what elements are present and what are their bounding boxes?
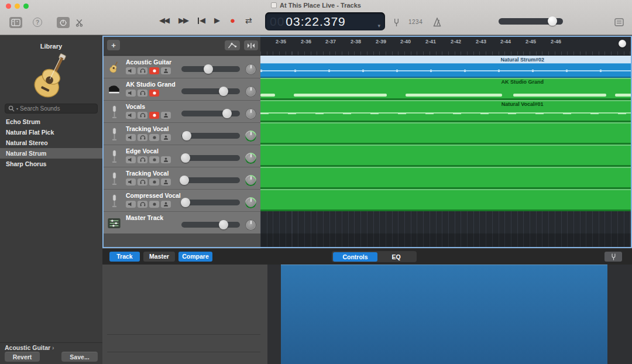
- smart-controls-button[interactable]: [57, 17, 70, 28]
- tuner-button[interactable]: [391, 16, 401, 28]
- tab-master[interactable]: Master: [143, 252, 175, 262]
- record-button[interactable]: ●: [230, 15, 235, 25]
- search-input[interactable]: ▾ Search Sounds: [5, 104, 98, 114]
- track-volume-slider[interactable]: [181, 222, 240, 228]
- pan-knob[interactable]: [245, 131, 256, 142]
- count-in-button[interactable]: 1234: [408, 19, 423, 25]
- smart-control-tuner-button[interactable]: [604, 252, 622, 262]
- track-header-master-track[interactable]: Master Track: [102, 211, 260, 233]
- track-header-tracking-vocal-1[interactable]: Tracking Vocal: [102, 122, 260, 145]
- region-compressed-vocal[interactable]: [260, 189, 632, 211]
- solo-headphones-button[interactable]: [138, 178, 147, 186]
- record-enable-button[interactable]: [149, 201, 159, 208]
- tab-eq[interactable]: EQ: [382, 252, 411, 262]
- track-header-ak-studio-grand[interactable]: AK Studio Grand: [102, 78, 260, 100]
- library-item-echo-strum[interactable]: Echo Strum: [0, 116, 102, 127]
- track-volume-knob[interactable]: [181, 198, 190, 207]
- add-track-button[interactable]: +: [107, 40, 120, 50]
- pan-knob[interactable]: [245, 86, 256, 97]
- input-monitoring-button[interactable]: [161, 112, 171, 119]
- revert-button[interactable]: Revert: [5, 352, 40, 362]
- track-volume-knob[interactable]: [219, 87, 228, 96]
- track-volume-knob[interactable]: [204, 64, 213, 74]
- quick-help-button[interactable]: ?: [33, 18, 42, 27]
- record-enable-button[interactable]: [149, 134, 159, 141]
- track-volume-slider[interactable]: [181, 111, 240, 116]
- cycle-button[interactable]: ⇄: [245, 16, 252, 25]
- track-header-tracking-vocal-2[interactable]: Tracking Vocal: [102, 167, 260, 189]
- mute-button[interactable]: [126, 156, 136, 163]
- track-header-compressed-vocal[interactable]: Compressed Vocal: [102, 189, 260, 211]
- catch-playhead-button[interactable]: [244, 40, 258, 50]
- record-enable-button[interactable]: [149, 90, 159, 97]
- metronome-button[interactable]: [432, 16, 442, 28]
- track-header-acoustic-guitar[interactable]: Acoustic Guitar: [102, 56, 260, 78]
- solo-headphones-button[interactable]: [138, 134, 147, 141]
- input-monitoring-button[interactable]: [161, 156, 171, 163]
- track-volume-knob[interactable]: [222, 109, 232, 118]
- region-tracking-vocal-1[interactable]: [260, 122, 632, 145]
- tab-track[interactable]: Track: [109, 252, 140, 262]
- region-edge-vocal[interactable]: [260, 145, 632, 167]
- library-item-natural-stereo[interactable]: Natural Stereo: [0, 138, 102, 148]
- track-volume-slider[interactable]: [181, 155, 240, 161]
- mute-button[interactable]: [126, 178, 136, 186]
- media-browser-button[interactable]: [613, 17, 625, 28]
- pan-knob[interactable]: [245, 219, 256, 231]
- library-item-natural-flat-pick[interactable]: Natural Flat Pick: [0, 127, 102, 138]
- zoom-slider-knob[interactable]: [619, 40, 626, 47]
- master-volume-slider[interactable]: [499, 18, 563, 25]
- master-track-lane[interactable]: [260, 211, 632, 233]
- solo-headphones-button[interactable]: [138, 201, 147, 208]
- go-to-beginning-button[interactable]: ◀: [198, 16, 204, 25]
- input-monitoring-button[interactable]: [161, 67, 171, 74]
- library-item-sharp-chorus[interactable]: Sharp Chorus: [0, 159, 102, 169]
- master-volume-knob[interactable]: [548, 16, 557, 26]
- track-volume-slider[interactable]: [181, 66, 240, 72]
- play-button[interactable]: ▶: [214, 16, 220, 25]
- input-monitoring-button[interactable]: [161, 178, 171, 186]
- timeline-ruler[interactable]: 2-35 2-36 2-37 2-38 2-39 2-40 2-41 2-42 …: [260, 36, 632, 56]
- rewind-button[interactable]: ◀◀: [159, 16, 169, 25]
- pan-knob[interactable]: [245, 197, 256, 208]
- mute-button[interactable]: [126, 112, 136, 119]
- solo-headphones-button[interactable]: [138, 67, 147, 74]
- solo-headphones-button[interactable]: [138, 112, 147, 119]
- record-enable-button[interactable]: [149, 156, 159, 163]
- input-monitoring-button[interactable]: [161, 201, 171, 208]
- input-monitoring-button[interactable]: [161, 134, 171, 141]
- record-enable-button[interactable]: [149, 112, 159, 119]
- track-volume-slider[interactable]: [181, 177, 240, 183]
- track-volume-knob[interactable]: [180, 176, 189, 185]
- automation-button[interactable]: [225, 40, 240, 50]
- pan-knob[interactable]: [245, 175, 256, 186]
- mute-button[interactable]: [126, 67, 136, 74]
- mute-button[interactable]: [126, 90, 136, 97]
- region-tracking-vocal-2[interactable]: [260, 167, 632, 189]
- tab-compare[interactable]: Compare: [178, 252, 212, 262]
- mute-button[interactable]: [126, 201, 136, 208]
- library-toggle-button[interactable]: [9, 17, 22, 28]
- region-natural-vocal[interactable]: Natural Vocal#01: [260, 100, 632, 122]
- track-volume-knob[interactable]: [181, 153, 190, 163]
- record-enable-button[interactable]: [149, 178, 159, 186]
- track-header-vocals[interactable]: Vocals: [102, 100, 260, 122]
- track-volume-slider[interactable]: [181, 88, 240, 94]
- pan-knob[interactable]: [245, 64, 256, 75]
- region-natural-strum[interactable]: Natural Strum#02: [260, 56, 632, 78]
- record-enable-button[interactable]: [149, 67, 159, 74]
- fast-forward-button[interactable]: ▶▶: [178, 16, 188, 25]
- current-patch-breadcrumb[interactable]: Acoustic Guitar ›: [0, 342, 102, 352]
- track-volume-knob[interactable]: [219, 220, 228, 229]
- editors-button[interactable]: [74, 18, 84, 28]
- search-scope-chevron-icon[interactable]: ▾: [16, 107, 18, 111]
- track-volume-slider[interactable]: [181, 133, 240, 139]
- solo-headphones-button[interactable]: [138, 90, 147, 97]
- track-header-edge-vocal[interactable]: Edge Vocal: [102, 145, 260, 167]
- track-volume-knob[interactable]: [182, 131, 191, 140]
- solo-headphones-button[interactable]: [138, 156, 147, 163]
- lcd-chevron-down-icon[interactable]: ▾: [377, 23, 380, 30]
- region-ak-studio-grand[interactable]: AK Studio Grand: [260, 78, 632, 100]
- track-volume-slider[interactable]: [181, 200, 240, 205]
- mute-button[interactable]: [126, 134, 136, 141]
